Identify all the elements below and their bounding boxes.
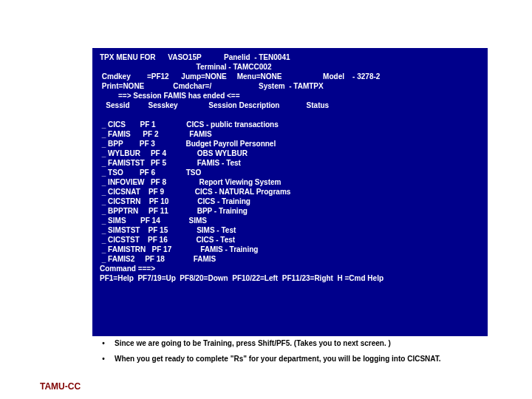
session-list: _ CICS PF 1 CICS - public transactions _… (100, 120, 480, 264)
terminal-value: - TAMCC002 (228, 63, 271, 71)
session-row[interactable]: _ BPP PF 3 Budget Payroll Personnel (100, 139, 480, 149)
cmdkey-label: Cmdkey (102, 72, 131, 81)
menu-value: Menu=NONE (237, 72, 282, 81)
column-headers: Sessid Sesskey Session Description Statu… (100, 100, 480, 110)
session-row[interactable]: _ BPPTRN PF 11 BPP - Training (100, 206, 480, 216)
title: TPX MENU FOR (100, 53, 156, 61)
col-sessid: Sessid (106, 101, 129, 109)
panelid-label: Panelid (224, 53, 250, 61)
session-row[interactable]: _ INFOVIEW PF 8 Report Viewing System (100, 177, 480, 187)
instruction-item: •Since we are going to be Training, pres… (92, 338, 488, 348)
terminal-label: Terminal (197, 63, 227, 71)
header-line-4: Print=NONE Cmdchar=/ System - TAMTPX (100, 81, 480, 91)
session-row[interactable]: _ FAMISTRN PF 17 FAMIS - Training (100, 245, 480, 254)
print-value: Print=NONE (102, 82, 145, 90)
cmdchar-value: Cmdchar=/ (173, 82, 211, 90)
col-desc: Session Description (208, 101, 279, 109)
system-label: System (259, 82, 285, 90)
session-row[interactable]: _ CICSNAT PF 9 CICS - NATURAL Programs (100, 187, 480, 197)
instruction-text: When you get ready to complete "Rs" for … (115, 354, 441, 364)
command-line[interactable]: Command ===> (100, 264, 480, 273)
session-row[interactable]: _ FAMISTST PF 5 FAMIS - Test (100, 158, 480, 168)
header-line-2: Terminal - TAMCC002 (100, 62, 480, 72)
banner-text: ==> Session FAMIS has ended <== (118, 92, 240, 100)
session-row[interactable]: _ FAMIS2 PF 18 FAMIS (100, 254, 480, 264)
cmdkey-value: =PF12 (147, 72, 169, 81)
instruction-text: Since we are going to be Training, press… (115, 338, 391, 348)
command-prompt: Command ===> (100, 265, 155, 273)
col-sesskey: Sesskey (149, 101, 178, 109)
model-value: - 3278-2 (352, 72, 380, 81)
vaso-id: VASO15P (168, 53, 201, 61)
model-label: Model (323, 72, 344, 81)
bullet-icon: • (92, 338, 115, 348)
session-row[interactable]: _ SIMSTST PF 15 SIMS - Test (100, 225, 480, 235)
session-row[interactable]: _ FAMIS PF 2 FAMIS (100, 129, 480, 139)
panelid-value: - TEN0041 (254, 53, 290, 61)
blank-line (100, 110, 480, 120)
jump-value: Jump=NONE (181, 72, 226, 81)
system-value: - TAMTPX (289, 82, 323, 90)
terminal-screen: TPX MENU FOR VASO15P Panelid - TEN0041 T… (92, 48, 488, 336)
session-row[interactable]: _ CICS PF 1 CICS - public transactions (100, 120, 480, 129)
instructions: •Since we are going to be Training, pres… (92, 338, 488, 369)
header-line-3: Cmdkey =PF12 Jump=NONE Menu=NONE Model -… (100, 72, 480, 81)
session-row[interactable]: _ WYLBUR PF 4 OBS WYLBUR (100, 149, 480, 158)
col-status: Status (307, 101, 330, 109)
bullet-icon: • (92, 354, 115, 364)
session-row[interactable]: _ SIMS PF 14 SIMS (100, 216, 480, 225)
session-row[interactable]: _ CICSTRN PF 10 CICS - Training (100, 197, 480, 206)
footer-brand: TAMU-CC (40, 381, 81, 392)
header-line-1: TPX MENU FOR VASO15P Panelid - TEN0041 (100, 52, 480, 62)
session-row[interactable]: _ CICSTST PF 16 CICS - Test (100, 235, 480, 245)
pf-help-line: PF1=Help PF7/19=Up PF8/20=Down PF10/22=L… (100, 273, 480, 283)
instruction-item: •When you get ready to complete "Rs" for… (92, 354, 488, 364)
session-row[interactable]: _ TSO PF 6 TSO (100, 168, 480, 177)
session-banner: ==> Session FAMIS has ended <== (100, 91, 480, 100)
